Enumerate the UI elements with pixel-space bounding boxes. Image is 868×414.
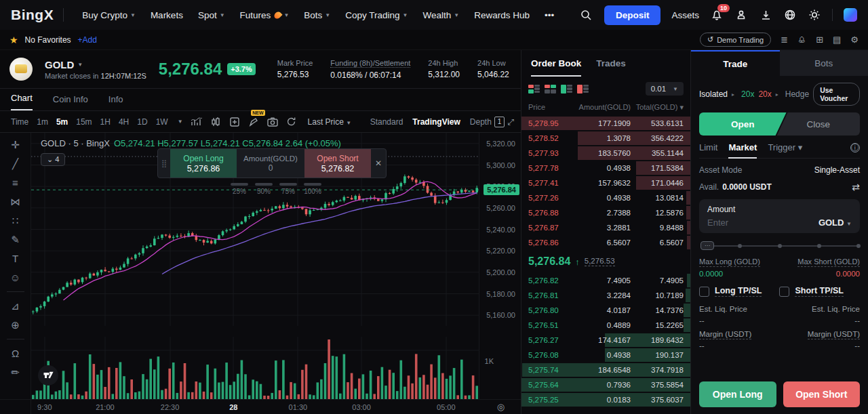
alerts-icon[interactable]: 🕭 — [797, 35, 806, 45]
volume-chart[interactable] — [31, 337, 479, 399]
order-template-icon[interactable] — [226, 115, 243, 129]
draw-tool-icon[interactable]: NEW — [245, 115, 262, 129]
nav-item-spot[interactable]: Spot▼ — [191, 10, 233, 20]
orderbook-row[interactable]: 5,276.813.228410.7189 — [521, 288, 690, 303]
bingx-logo[interactable]: BingX — [11, 7, 54, 23]
overlay-amount-field[interactable]: Amount(GOLD) 0 — [237, 149, 304, 178]
orderbook-row[interactable]: 5,278.95177.1909533.6131 — [521, 116, 690, 131]
order-type-limit[interactable]: Limit — [699, 142, 717, 152]
overlay-open-long-button[interactable]: Open Long 5,276.86 — [170, 149, 237, 178]
tab-info[interactable]: Info — [108, 94, 123, 110]
book-layout-split-icon[interactable] — [545, 85, 556, 94]
interval-1d[interactable]: 1D — [133, 116, 151, 128]
interval-1m[interactable]: 1m — [33, 116, 52, 128]
nav-item-[interactable]: ••• — [537, 10, 561, 20]
interval-time[interactable]: Time — [7, 116, 33, 128]
tab-bots[interactable]: Bots — [780, 50, 868, 76]
nav-item-rewards-hub[interactable]: Rewards Hub — [467, 10, 537, 20]
interval-1h[interactable]: 1H — [96, 116, 115, 128]
symbol-name[interactable]: GOLD — [45, 59, 74, 70]
tab-chart[interactable]: Chart — [11, 93, 33, 110]
magnet-icon[interactable]: Ω — [12, 348, 19, 358]
nav-item-copy-trading[interactable]: Copy Trading▼ — [338, 10, 415, 20]
orders-list-icon[interactable]: ≣ — [781, 35, 788, 45]
add-favorite-button[interactable]: +Add — [78, 35, 97, 45]
open-long-button[interactable]: Open Long — [699, 381, 776, 407]
drag-handle[interactable]: ⣿ — [158, 149, 170, 178]
open-short-button[interactable]: Open Short — [783, 381, 861, 407]
view-depth[interactable]: Depth — [470, 117, 492, 127]
screenshot-camera-icon[interactable] — [264, 115, 281, 129]
indicators-collapse-button[interactable]: ⌄ 4 — [41, 153, 65, 166]
close-tab[interactable]: Close — [777, 112, 860, 136]
orderbook-row[interactable]: 5,277.41157.9632171.0446 — [521, 175, 690, 190]
tab-trades[interactable]: Trades — [596, 58, 626, 77]
unit-dropdown[interactable]: GOLD ▼ — [818, 218, 852, 228]
orderbook-row[interactable]: 5,276.27174.4167189.6432 — [521, 333, 690, 348]
nav-item-buy-crypto[interactable]: Buy Crypto▼ — [75, 10, 143, 20]
hedge-mode-label[interactable]: Hedge — [785, 89, 809, 99]
orderbook-row[interactable]: 5,276.873.28819.8488 — [521, 220, 690, 235]
ruler-icon[interactable]: ⊿ — [11, 301, 20, 311]
candle-style-icon[interactable] — [208, 115, 224, 129]
assets-link[interactable]: Assets — [671, 10, 699, 20]
download-icon[interactable] — [759, 8, 772, 22]
orderbook-row[interactable]: 5,275.640.7936375.5854 — [521, 377, 690, 392]
transfer-swap-icon[interactable]: ⇄ — [852, 182, 860, 192]
current-price-row[interactable]: 5,276.84 ↑ 5,276.53 — [521, 250, 690, 273]
percent-preset-50[interactable]: 50% — [255, 183, 273, 195]
channel-icon[interactable]: ≡ — [12, 178, 18, 188]
pattern-icon[interactable]: ⋈ — [10, 196, 20, 207]
time-axis[interactable]: ◎ 9:3021:0022:302801:3003:0005:00 — [0, 399, 521, 414]
slider-handle[interactable]: ⋯ — [701, 241, 714, 250]
replay-refresh-icon[interactable] — [283, 115, 300, 129]
star-icon[interactable]: ★ — [9, 35, 18, 45]
overlay-open-short-button[interactable]: Open Short 5,276.82 — [304, 149, 371, 178]
nav-item-wealth[interactable]: Wealth▼ — [415, 10, 467, 20]
trendline-icon[interactable]: ╱ — [12, 159, 18, 169]
leverage-short[interactable]: 20x — [758, 89, 771, 99]
zoom-in-icon[interactable]: ⊕ — [11, 320, 20, 330]
margin-mode-selector[interactable]: Isolated — [699, 89, 728, 99]
view-tradingview[interactable]: TradingView — [412, 117, 460, 127]
interval-more-caret[interactable]: ▼ — [178, 119, 183, 125]
info-icon[interactable]: ⓘ — [850, 143, 860, 152]
order-type-market[interactable]: Market — [728, 142, 757, 152]
theme-toggle-icon[interactable] — [808, 8, 821, 22]
orderbook-row[interactable]: 5,276.827.49057.4905 — [521, 273, 690, 288]
orderbook-row[interactable]: 5,276.804.018714.7376 — [521, 303, 690, 318]
precision-dropdown[interactable]: 0.01▼ — [646, 82, 684, 96]
amount-input-box[interactable]: Amount Enter GOLD ▼ — [699, 199, 860, 233]
interval-4h[interactable]: 4H — [115, 116, 133, 128]
tab-trade[interactable]: Trade — [691, 50, 780, 76]
text-tool-icon[interactable]: T — [12, 253, 18, 264]
notifications-bell-icon[interactable]: 10 — [710, 8, 724, 22]
nav-item-markets[interactable]: Markets — [143, 10, 191, 20]
book-layout-both-icon[interactable] — [528, 85, 540, 94]
tradingview-logo[interactable] — [38, 365, 58, 386]
indicators-icon[interactable] — [189, 115, 205, 129]
orderbook-row[interactable]: 5,278.521.3078356.4222 — [521, 131, 690, 146]
orderbook-row[interactable]: 5,277.780.4938171.5384 — [521, 161, 690, 175]
percent-preset-100[interactable]: 100% — [304, 183, 321, 195]
avatar[interactable] — [844, 8, 857, 22]
edit-icon[interactable]: ✏ — [11, 367, 20, 377]
globe-language-icon[interactable] — [783, 8, 797, 22]
orderbook-row[interactable]: 5,276.866.56076.5607 — [521, 235, 690, 250]
orderbook-row[interactable]: 5,276.080.4938190.137 — [521, 348, 690, 363]
orderbook-row[interactable]: 5,277.93183.5760355.1144 — [521, 146, 690, 161]
orderbook-row[interactable]: 5,276.510.488915.2265 — [521, 318, 690, 333]
calculator-icon[interactable]: ⊞ — [816, 35, 823, 45]
chart-canvas-area[interactable]: ✛╱≡⋈∷✎T☺⊿⊕Ω✏ GOLD · 5 · BingXO5,274.21 H… — [0, 133, 521, 414]
book-layout-bids-icon[interactable] — [561, 85, 572, 94]
amount-input[interactable]: Enter — [707, 218, 728, 228]
leverage-long[interactable]: 20x — [741, 89, 754, 99]
nav-item-bots[interactable]: Bots▼ — [296, 10, 338, 20]
orderbook-row[interactable]: 5,276.882.738812.5876 — [521, 205, 690, 220]
forecast-icon[interactable]: ∷ — [12, 215, 19, 226]
settings-gear-icon[interactable]: ⚙ — [850, 35, 859, 45]
deposit-button[interactable]: Deposit — [604, 5, 661, 25]
short-tpsl-checkbox[interactable]: Short TP/SL — [779, 286, 844, 297]
chevron-down-icon[interactable]: ▼ — [77, 62, 83, 68]
amount-slider[interactable]: ⋯ — [701, 241, 859, 251]
